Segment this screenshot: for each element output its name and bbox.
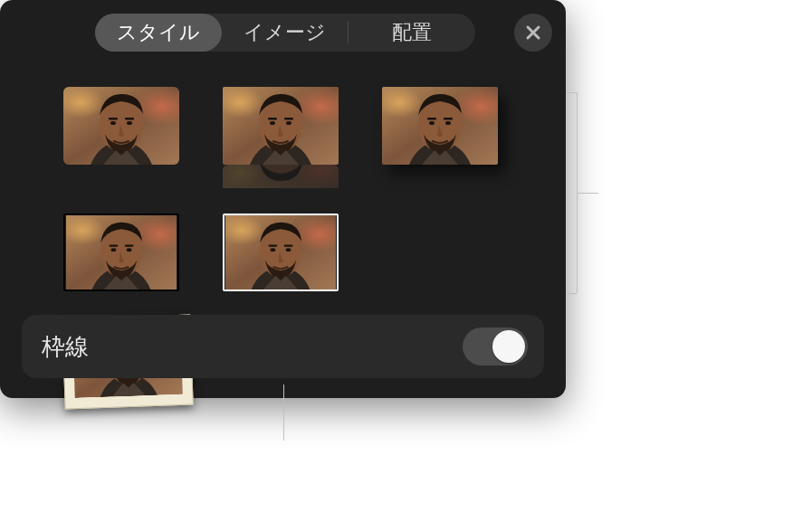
style-black-border[interactable] xyxy=(63,214,179,291)
callout-line xyxy=(566,92,577,93)
tab-image[interactable]: イメージ xyxy=(222,14,349,52)
tab-style[interactable]: スタイル xyxy=(95,14,222,52)
border-toggle[interactable] xyxy=(463,327,528,365)
style-thumbnail-image xyxy=(63,87,179,165)
close-button[interactable] xyxy=(514,14,552,52)
style-white-border[interactable] xyxy=(223,214,339,291)
tab-arrange[interactable]: 配置 xyxy=(349,14,475,52)
close-icon xyxy=(525,24,541,41)
style-thumbnail-image xyxy=(63,214,179,291)
style-thumbnail-image xyxy=(223,214,339,291)
tab-bar: スタイル イメージ 配置 xyxy=(95,14,475,52)
style-shadow[interactable] xyxy=(382,87,498,165)
callout-line xyxy=(283,384,284,441)
style-reflection-overlay xyxy=(223,165,339,188)
toggle-knob xyxy=(492,330,525,363)
style-reflection[interactable] xyxy=(223,87,339,188)
style-none[interactable] xyxy=(63,87,179,165)
format-popover: スタイル イメージ 配置 xyxy=(0,0,566,398)
border-label: 枠線 xyxy=(42,331,89,363)
style-thumbnail-image xyxy=(223,87,339,165)
border-row: 枠線 xyxy=(22,315,544,378)
style-thumbnail-image xyxy=(382,87,498,165)
callout-line xyxy=(577,193,598,194)
callout-line xyxy=(566,293,577,294)
popover-header: スタイル イメージ 配置 xyxy=(0,0,566,63)
